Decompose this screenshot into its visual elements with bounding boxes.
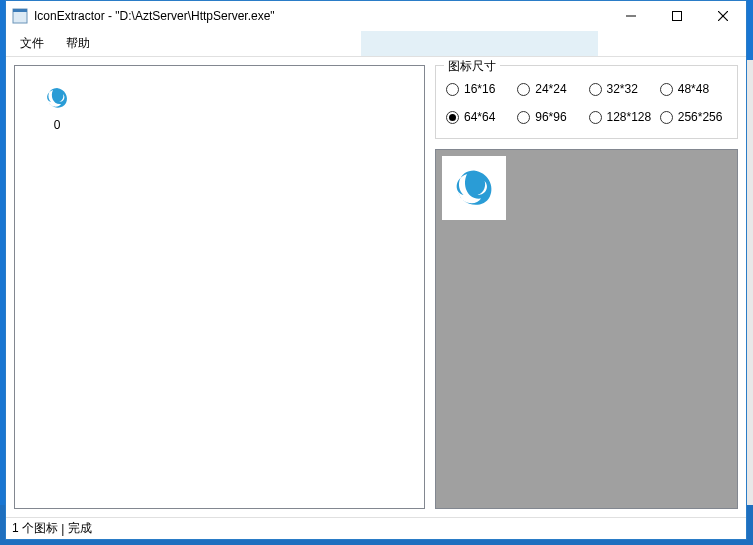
right-column: 图标尺寸 16*16 24*24 32*32 48*48 64*64 96*96…	[435, 65, 738, 509]
radio-label: 24*24	[535, 82, 566, 96]
status-count: 1 个图标	[12, 520, 58, 537]
preview-icon	[442, 156, 506, 220]
radio-96x96[interactable]: 96*96	[517, 110, 584, 124]
radio-label: 256*256	[678, 110, 723, 124]
menu-file[interactable]: 文件	[10, 32, 54, 55]
radio-256x256[interactable]: 256*256	[660, 110, 727, 124]
icon-size-radios: 16*16 24*24 32*32 48*48 64*64 96*96 128*…	[444, 76, 729, 128]
client-area: 0 图标尺寸 16*16 24*24 32*32 48*48 64*64 96*…	[6, 57, 746, 517]
radio-128x128[interactable]: 128*128	[589, 110, 656, 124]
icon-size-group-label: 图标尺寸	[444, 58, 500, 75]
svg-rect-1	[13, 9, 27, 12]
icon-list-panel[interactable]: 0	[14, 65, 425, 509]
window-title: IconExtractor - "D:\AztServer\HttpServer…	[34, 9, 275, 23]
radio-16x16[interactable]: 16*16	[446, 82, 513, 96]
radio-label: 32*32	[607, 82, 638, 96]
radio-label: 16*16	[464, 82, 495, 96]
radio-label: 64*64	[464, 110, 495, 124]
status-state: 完成	[68, 520, 92, 537]
close-button[interactable]	[700, 1, 746, 31]
menu-bar: 文件 帮助	[6, 31, 746, 57]
svg-rect-3	[673, 12, 682, 21]
radio-32x32[interactable]: 32*32	[589, 82, 656, 96]
icon-preview-panel	[435, 149, 738, 509]
icon-list-item[interactable]: 0	[33, 78, 81, 136]
minimize-button[interactable]	[608, 1, 654, 31]
icon-size-group: 图标尺寸 16*16 24*24 32*32 48*48 64*64 96*96…	[435, 65, 738, 139]
menu-help[interactable]: 帮助	[56, 32, 100, 55]
maximize-button[interactable]	[654, 1, 700, 31]
radio-24x24[interactable]: 24*24	[517, 82, 584, 96]
radio-label: 128*128	[607, 110, 652, 124]
title-bar[interactable]: IconExtractor - "D:\AztServer\HttpServer…	[6, 1, 746, 31]
extracted-icon	[41, 82, 73, 114]
app-icon	[12, 8, 28, 24]
radio-label: 96*96	[535, 110, 566, 124]
radio-64x64[interactable]: 64*64	[446, 110, 513, 124]
radio-48x48[interactable]: 48*48	[660, 82, 727, 96]
radio-label: 48*48	[678, 82, 709, 96]
app-window: IconExtractor - "D:\AztServer\HttpServer…	[5, 0, 747, 540]
status-bar: 1 个图标 | 完成	[6, 517, 746, 539]
icon-index-label: 0	[54, 118, 61, 132]
